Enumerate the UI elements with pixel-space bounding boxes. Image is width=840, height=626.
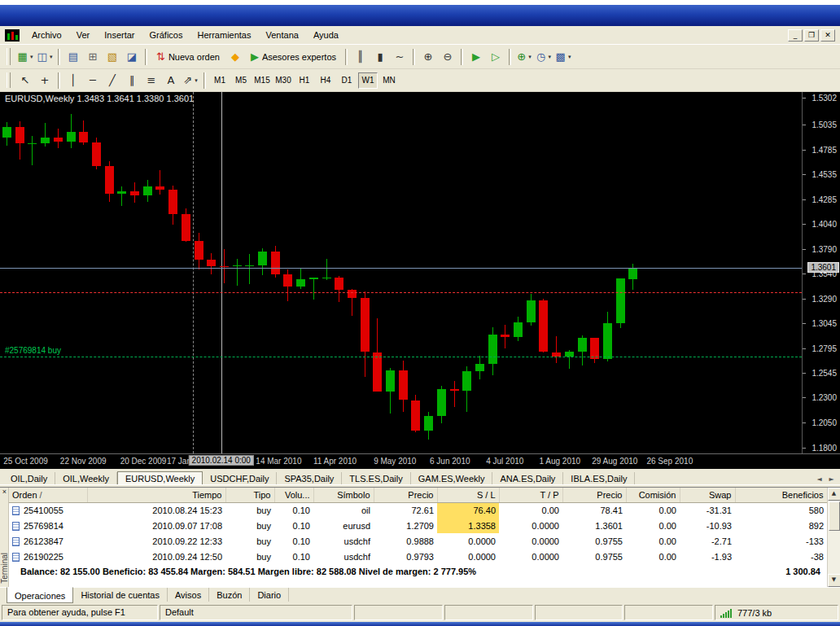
terminal-toggle-button[interactable]: ◪: [123, 48, 141, 66]
chart-bars-button[interactable]: ║: [352, 48, 370, 66]
tabs-scroll-left-icon[interactable]: ◄: [814, 475, 825, 483]
equidistant-channel-button[interactable]: ∥: [123, 72, 141, 90]
vertical-scrollbar[interactable]: ▲▼: [827, 488, 840, 587]
orders-header-row[interactable]: Orden/TiempoTipoVolu...SímboloPrecioS / …: [9, 488, 827, 502]
crosshair-button[interactable]: +: [36, 72, 54, 90]
terminal-tab-diario[interactable]: Diario: [250, 588, 289, 602]
timeframe-mn[interactable]: MN: [379, 72, 399, 89]
profiles-button[interactable]: ◫▾: [36, 48, 54, 66]
terminal-tab-historial-de-cuentas[interactable]: Historial de cuentas: [73, 588, 168, 602]
chart-tab-oil-daily[interactable]: OIL,Daily: [3, 472, 55, 484]
app-icon[interactable]: [5, 29, 20, 42]
order-row[interactable]: 261902252010.09.24 12:50buy0.10usdchf0.9…: [9, 549, 827, 564]
menu-herramientas[interactable]: Herramientas: [190, 28, 258, 42]
zoom-out-button[interactable]: ⊖: [439, 48, 457, 66]
terminal-vertical-label[interactable]: Terminal: [0, 553, 9, 584]
window-titlebar[interactable]: [0, 5, 840, 26]
menu-ayuda[interactable]: Ayuda: [306, 28, 346, 42]
chart-tab-spa35-daily[interactable]: SPA35,Daily: [277, 472, 342, 484]
new-chart-button[interactable]: ▦▾: [16, 48, 34, 66]
chart-tab-usdchf-daily[interactable]: USDCHF,Daily: [203, 472, 277, 484]
column-header-beneficios[interactable]: Beneficios: [735, 488, 827, 502]
minimize-button[interactable]: _: [788, 29, 803, 42]
status-profile[interactable]: Default: [160, 605, 352, 620]
periods-button[interactable]: ◷▾: [535, 48, 553, 66]
dropdown-arrow-icon[interactable]: ▾: [548, 54, 551, 60]
dropdown-arrow-icon[interactable]: ▾: [568, 54, 571, 60]
text-label-button[interactable]: A: [162, 72, 180, 90]
market-watch-button[interactable]: ▤: [64, 48, 82, 66]
chart-tab-ana-es-daily[interactable]: ANA.ES,Daily: [492, 472, 563, 484]
menu-archivo[interactable]: Archivo: [24, 28, 69, 42]
column-header-tipo[interactable]: Tipo: [225, 488, 274, 502]
order-row[interactable]: 257698142010.09.07 17:08buy0.10eurusd1.2…: [9, 518, 827, 533]
scroll-thumb[interactable]: [829, 501, 840, 531]
open-position-line[interactable]: [0, 357, 802, 357]
new-order-button[interactable]: ⇅Nueva orden: [151, 48, 225, 66]
timeframe-m30[interactable]: M30: [273, 72, 293, 89]
navigator-button[interactable]: ▧: [103, 48, 121, 66]
close-button[interactable]: ✕: [820, 29, 835, 42]
column-header-tiempo[interactable]: Tiempo: [87, 488, 225, 502]
chart-tab-eurusd-weekly[interactable]: EURUSD,Weekly: [117, 471, 203, 484]
fibonacci-button[interactable]: ≡: [142, 72, 160, 90]
terminal-tab-operaciones[interactable]: Operaciones: [7, 587, 73, 603]
chart-tab-gam-es-weekly[interactable]: GAM.ES,Weekly: [411, 472, 493, 484]
column-header-precio[interactable]: Precio: [562, 488, 626, 502]
date-axis[interactable]: 25 Oct 200922 Nov 200920 Dec 200917 Jan …: [0, 453, 840, 469]
timeframe-d1[interactable]: D1: [337, 72, 357, 89]
terminal-close-icon[interactable]: ×: [1, 488, 8, 496]
menu-insertar[interactable]: Insertar: [97, 28, 142, 42]
timeframe-h4[interactable]: H4: [316, 72, 335, 89]
zoom-in-button[interactable]: ⊕: [419, 48, 437, 66]
order-row[interactable]: 261238472010.09.22 12:33buy0.10usdchf0.9…: [9, 533, 827, 549]
stop-loss-line[interactable]: [0, 292, 802, 293]
chart-line-button[interactable]: ~: [391, 48, 409, 66]
chart-tab-tls-es-daily[interactable]: TLS.ES,Daily: [342, 472, 410, 484]
dropdown-arrow-icon[interactable]: ▾: [50, 54, 53, 60]
expert-advisors-button[interactable]: ▶Asesores expertos: [246, 48, 341, 66]
vertical-line-dashed[interactable]: [193, 92, 194, 453]
arrows-button[interactable]: ⇗▾: [182, 72, 199, 90]
terminal-tab-avisos[interactable]: Avisos: [168, 588, 209, 602]
vertical-line-button[interactable]: │: [64, 72, 82, 90]
terminal-tab-buz-n[interactable]: Buzón: [209, 588, 250, 602]
selected-time-line[interactable]: [221, 92, 222, 453]
chart-shift-button[interactable]: ▷: [487, 48, 505, 66]
column-header-volu[interactable]: Volu...: [274, 488, 313, 502]
column-header-swap[interactable]: Swap: [680, 488, 735, 502]
chart-tab-ibla-es-daily[interactable]: IBLA.ES,Daily: [563, 472, 635, 484]
column-header-precio[interactable]: Precio: [374, 488, 437, 502]
scroll-up-button[interactable]: ▲: [828, 488, 840, 501]
menu-graficos[interactable]: Gráficos: [142, 28, 190, 42]
timeframe-m5[interactable]: M5: [231, 72, 251, 89]
dropdown-arrow-icon[interactable]: ▾: [195, 77, 198, 84]
column-header-t-p[interactable]: T / P: [499, 488, 562, 502]
scroll-down-button[interactable]: ▼: [828, 574, 840, 587]
chart-tab-oil-weekly[interactable]: OIL,Weekly: [55, 472, 117, 484]
tabs-scroll-right-icon[interactable]: ►: [826, 475, 837, 483]
price-axis[interactable]: 1.53021.50351.47851.45351.42851.40401.37…: [802, 92, 840, 453]
column-header-s-l[interactable]: S / L: [437, 488, 499, 502]
column-header-orden[interactable]: Orden/: [9, 488, 87, 502]
timeframe-m1[interactable]: M1: [210, 72, 230, 89]
chart-candles-button[interactable]: ▮: [371, 48, 389, 66]
column-header-comisi-n[interactable]: Comisión: [626, 488, 680, 502]
menu-ver[interactable]: Ver: [69, 28, 98, 42]
menu-ventana[interactable]: Ventana: [259, 28, 306, 42]
chart-canvas[interactable]: #25769814 buy: [0, 92, 802, 453]
timeframe-m15[interactable]: M15: [252, 72, 272, 89]
dropdown-arrow-icon[interactable]: ▾: [528, 54, 532, 60]
restore-button[interactable]: ❐: [804, 29, 819, 42]
data-window-button[interactable]: ⊞: [84, 48, 102, 66]
auto-scroll-button[interactable]: ▶: [467, 48, 485, 66]
timeframe-w1[interactable]: W1: [358, 72, 378, 89]
order-row[interactable]: 254100552010.08.24 15:23buy0.10oil72.617…: [9, 502, 827, 518]
metaeditor-button[interactable]: ◆: [226, 48, 244, 66]
indicators-button[interactable]: ⊕▾: [515, 48, 533, 66]
horizontal-line-button[interactable]: ─: [84, 72, 102, 90]
timeframe-h1[interactable]: H1: [295, 72, 314, 89]
column-header-s-mbolo[interactable]: Símbolo: [313, 488, 374, 502]
cursor-button[interactable]: ↖: [16, 72, 34, 90]
dropdown-arrow-icon[interactable]: ▾: [30, 54, 33, 60]
